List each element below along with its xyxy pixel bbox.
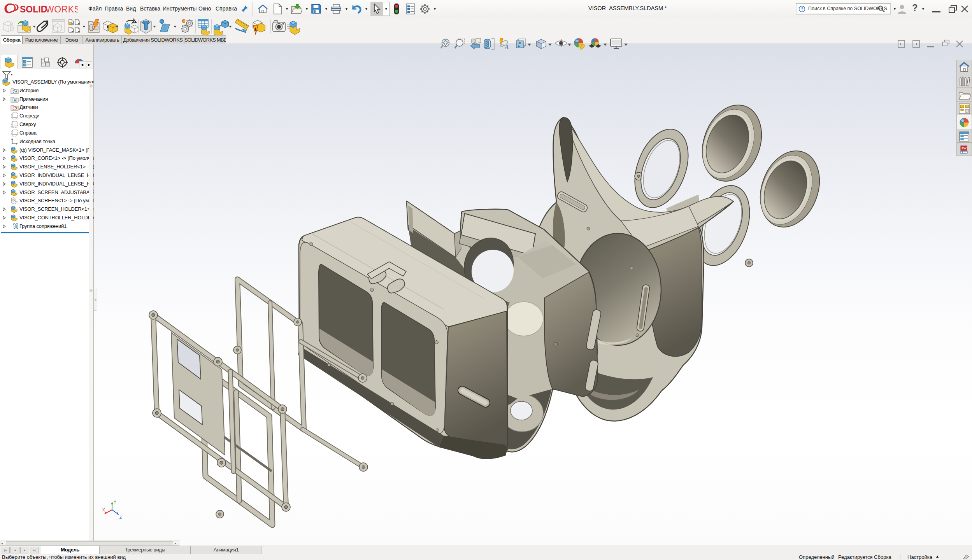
svg-text:SOLID: SOLID	[20, 4, 47, 14]
svg-text:A: A	[14, 98, 16, 102]
svg-text:SW: SW	[961, 147, 967, 150]
svg-text:A: A	[504, 44, 509, 50]
svg-text:Y: Y	[114, 500, 116, 504]
svg-text:Z: Z	[119, 515, 122, 520]
svg-text:WORKS: WORKS	[46, 4, 78, 14]
svg-text:!: !	[255, 26, 256, 32]
svg-text:?: ?	[801, 7, 804, 11]
svg-text:X: X	[102, 508, 105, 512]
